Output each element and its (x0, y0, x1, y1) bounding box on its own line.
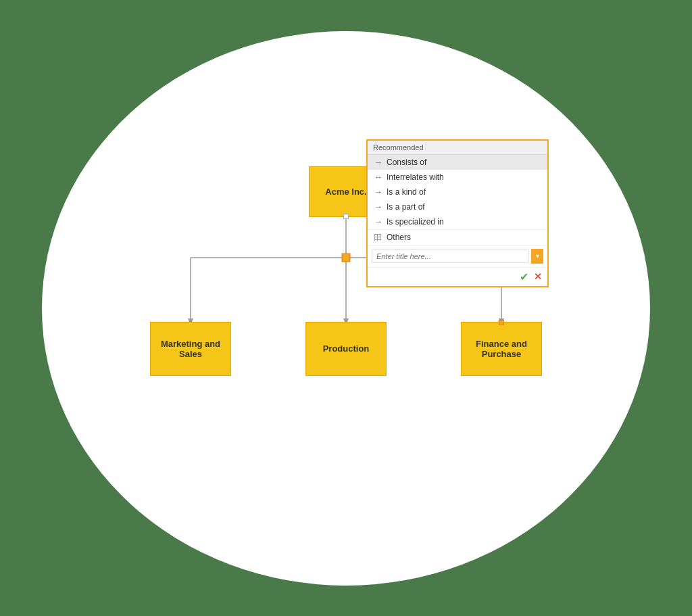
kind-of-label: Is a kind of (387, 187, 426, 197)
root-bottom-handle (343, 214, 349, 219)
node-marketing[interactable]: Marketing andSales (150, 322, 231, 376)
node-marketing-label: Marketing andSales (161, 339, 220, 359)
diagram-area: Acme Inc. Marketing andSales Production … (109, 139, 583, 477)
popup-action-row: ✔ ✕ (368, 267, 547, 286)
popup-confirm-button[interactable]: ✔ (520, 270, 528, 283)
popup-item-others[interactable]: Others (368, 229, 547, 245)
node-finance[interactable]: Finance andPurchase (461, 322, 542, 376)
popup-item-part-of[interactable]: → Is a part of (368, 199, 547, 214)
others-label: Others (387, 233, 411, 242)
popup-item-consists-of[interactable]: → Consists of (368, 155, 547, 170)
relationship-popup: Recommended → Consists of ↔ Interrelates… (366, 139, 549, 287)
popup-title-input[interactable] (372, 250, 528, 263)
svg-rect-8 (342, 254, 350, 262)
others-grid-icon (374, 234, 381, 241)
popup-header: Recommended (368, 141, 547, 155)
interrelates-label: Interrelates with (387, 172, 444, 182)
specialized-icon: → (374, 217, 382, 227)
oval-canvas: Acme Inc. Marketing andSales Production … (42, 31, 650, 586)
popup-dropdown-button[interactable]: ▾ (531, 249, 543, 264)
node-production-label: Production (323, 343, 370, 354)
popup-item-specialized[interactable]: → Is specialized in (368, 214, 547, 229)
part-of-icon: → (374, 202, 382, 212)
popup-item-interrelates[interactable]: ↔ Interrelates with (368, 170, 547, 185)
popup-input-row: ▾ (368, 245, 547, 267)
finance-top-handle (499, 320, 504, 325)
consists-of-label: Consists of (387, 158, 426, 167)
consists-of-icon: → (374, 158, 382, 167)
node-production[interactable]: Production (305, 322, 387, 376)
popup-item-kind-of[interactable]: → Is a kind of (368, 185, 547, 199)
specialized-label: Is specialized in (387, 217, 444, 227)
kind-of-icon: → (374, 187, 382, 197)
interrelates-icon: ↔ (374, 172, 382, 182)
popup-cancel-button[interactable]: ✕ (534, 270, 542, 283)
part-of-label: Is a part of (387, 202, 425, 212)
node-root-label: Acme Inc. (325, 187, 366, 197)
node-finance-label: Finance andPurchase (476, 339, 527, 359)
